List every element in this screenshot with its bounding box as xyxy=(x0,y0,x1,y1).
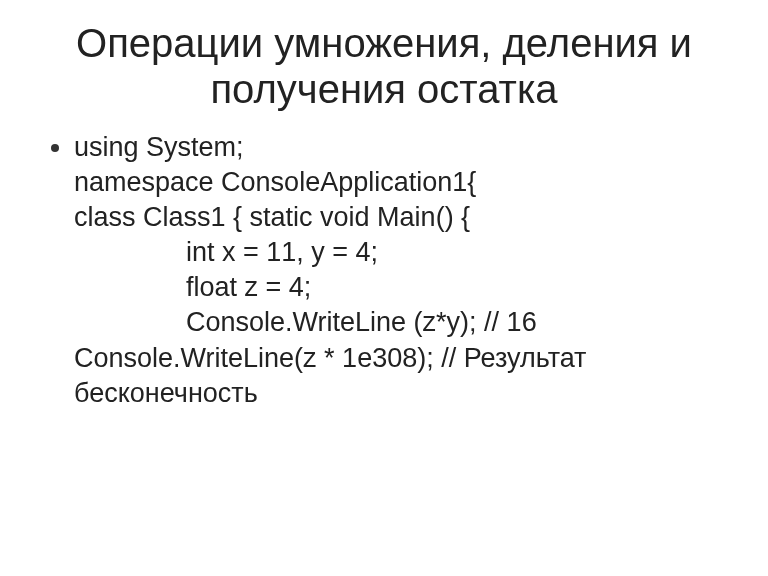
code-line-5: float z = 4; xyxy=(74,270,728,305)
slide: Операции умножения, деления и получения … xyxy=(0,0,768,576)
code-line-3: class Class1 { static void Main() { xyxy=(74,200,728,235)
code-line-2: namespace ConsoleApplication1{ xyxy=(74,165,728,200)
code-block: using System; namespace ConsoleApplicati… xyxy=(74,130,728,411)
code-line-6: Console.WriteLine (z*y); // 16 xyxy=(74,305,728,340)
slide-body-list: using System; namespace ConsoleApplicati… xyxy=(40,130,728,411)
code-line-4: int x = 11, y = 4; xyxy=(74,235,728,270)
slide-title: Операции умножения, деления и получения … xyxy=(40,20,728,112)
code-line-7: Console.WriteLine(z * 1e308); // Результ… xyxy=(74,341,728,411)
code-line-1: using System; xyxy=(74,130,728,165)
